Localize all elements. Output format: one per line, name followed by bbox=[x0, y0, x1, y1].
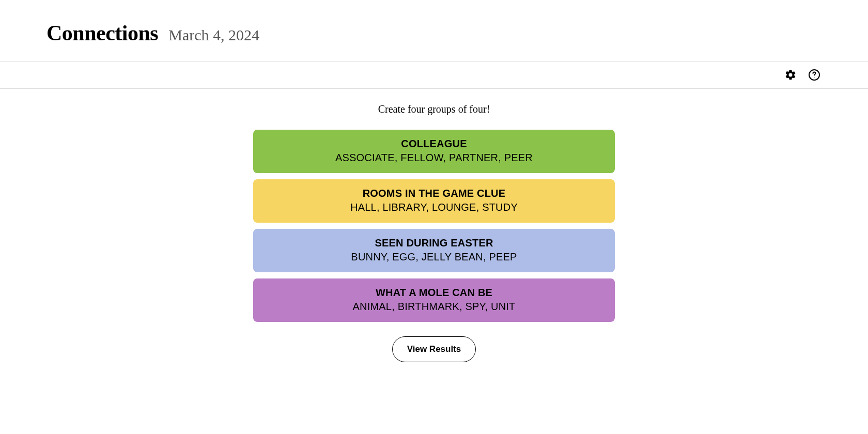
solved-group-blue: SEEN DURING EASTER BUNNY, EGG, JELLY BEA… bbox=[253, 229, 615, 272]
instruction-text: Create four groups of four! bbox=[378, 103, 490, 115]
group-title: WHAT A MOLE CAN BE bbox=[258, 287, 610, 299]
group-words: HALL, LIBRARY, LOUNGE, STUDY bbox=[258, 202, 610, 213]
group-words: BUNNY, EGG, JELLY BEAN, PEEP bbox=[258, 251, 610, 263]
main: Create four groups of four! COLLEAGUE AS… bbox=[0, 89, 868, 383]
header-content: Connections March 4, 2024 bbox=[47, 21, 822, 45]
help-icon bbox=[808, 69, 820, 81]
group-title: ROOMS IN THE GAME CLUE bbox=[258, 188, 610, 199]
header: Connections March 4, 2024 bbox=[0, 0, 868, 61]
solved-group-purple: WHAT A MOLE CAN BE ANIMAL, BIRTHMARK, SP… bbox=[253, 278, 615, 322]
group-words: ANIMAL, BIRTHMARK, SPY, UNIT bbox=[258, 301, 610, 313]
toolbar bbox=[0, 61, 868, 89]
gear-icon bbox=[784, 69, 797, 81]
date-label: March 4, 2024 bbox=[168, 26, 259, 44]
group-title: SEEN DURING EASTER bbox=[258, 237, 610, 249]
solved-group-yellow: ROOMS IN THE GAME CLUE HALL, LIBRARY, LO… bbox=[253, 179, 615, 223]
group-title: COLLEAGUE bbox=[258, 138, 610, 150]
svg-point-1 bbox=[814, 77, 814, 78]
group-words: ASSOCIATE, FELLOW, PARTNER, PEER bbox=[258, 152, 610, 164]
page-title: Connections bbox=[47, 21, 158, 45]
groups-container: COLLEAGUE ASSOCIATE, FELLOW, PARTNER, PE… bbox=[253, 130, 615, 322]
settings-button[interactable] bbox=[783, 68, 798, 82]
help-button[interactable] bbox=[807, 68, 822, 82]
view-results-button[interactable]: View Results bbox=[392, 336, 476, 362]
solved-group-green: COLLEAGUE ASSOCIATE, FELLOW, PARTNER, PE… bbox=[253, 130, 615, 173]
